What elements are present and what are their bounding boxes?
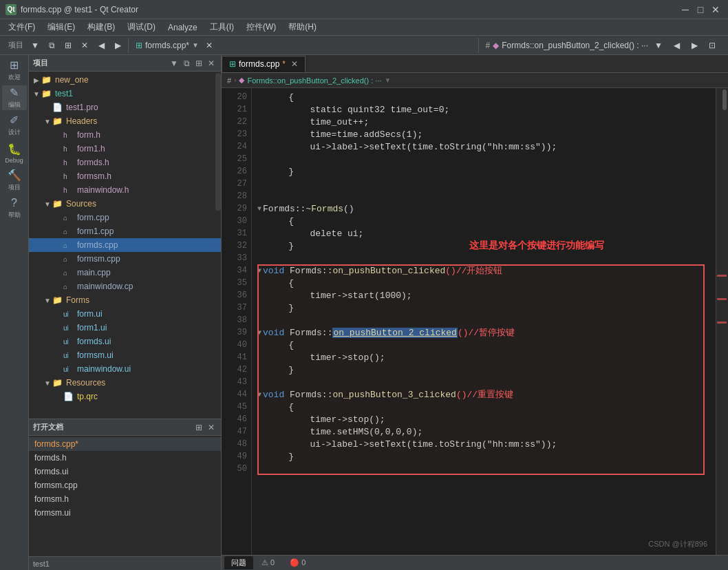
tab-formds-cpp[interactable]: ⊞ formds.cpp * ✕	[222, 56, 306, 72]
code-content[interactable]: { static quint32 time_out=0; time_out++;…	[252, 88, 716, 555]
open-doc-formds-cpp-[interactable]: formds.cpp*	[29, 437, 221, 451]
close-button[interactable]: ✕	[709, 3, 722, 17]
title-bar: Qt formds.cpp @ test1 - Qt Creator ─ □ ✕	[0, 0, 728, 19]
tree-item-mainwindow-ui[interactable]: uimainwindow.ui	[29, 362, 221, 376]
toolbar-split-view[interactable]: ⊡	[705, 38, 720, 53]
menu-item-Analyze[interactable]: Analyze	[162, 21, 203, 34]
sidebar-icon-Debug[interactable]: 🐛Debug	[2, 140, 27, 165]
tree-item-form1-ui[interactable]: uiform1.ui	[29, 321, 221, 335]
menu-item-控件(W)[interactable]: 控件(W)	[241, 20, 281, 34]
tree-icon-form-cpp: ⌂	[63, 214, 74, 222]
toolbar-dropdown-arrow[interactable]: ▼	[192, 41, 199, 49]
menu-item-文件(F)[interactable]: 文件(F)	[3, 20, 41, 34]
bottom-tab-errors[interactable]: 🔴 0	[283, 557, 312, 569]
toolbar-nav-fwd[interactable]: ▶	[687, 38, 702, 53]
toolbar-back-btn[interactable]: ◀	[94, 38, 109, 53]
toolbar-close-tab-btn[interactable]: ✕	[202, 38, 217, 53]
split-icon[interactable]: ⊞	[193, 59, 204, 68]
sidebar-icon-项目[interactable]: 🔨项目	[2, 168, 27, 193]
open-docs-close-icon[interactable]: ✕	[206, 423, 217, 432]
line-number-32: 32	[222, 240, 251, 252]
tree-label-form1-h: form1.h	[77, 144, 105, 154]
menu-item-调试(D)[interactable]: 调试(D)	[122, 20, 161, 34]
open-docs-split-icon[interactable]: ⊞	[193, 423, 204, 432]
tree-item-test1-pro[interactable]: 📄test1.pro	[29, 101, 221, 114]
code-line-46: timer->stop();	[257, 413, 710, 425]
tree-item-formds-h[interactable]: hformds.h	[29, 156, 221, 169]
open-doc-formsm-ui[interactable]: formsm.ui	[29, 506, 221, 520]
token-29-2: ()	[343, 204, 354, 214]
tree-item-Resources[interactable]: ▼📁Resources	[29, 376, 221, 390]
fold-arrow-29[interactable]: ▼	[257, 205, 261, 213]
fold-arrow-44[interactable]: ▼	[257, 391, 261, 399]
tree-item-mainwindow-h[interactable]: hmainwindow.h	[29, 183, 221, 197]
token-34-3: ()//开始按钮	[445, 264, 502, 277]
tree-item-tp-qrc[interactable]: 📄tp.qrc	[29, 390, 221, 403]
toolbar-filter-btn[interactable]: ▼	[28, 38, 43, 53]
tree-item-Headers[interactable]: ▼📁Headers	[29, 114, 221, 128]
fold-arrow-34[interactable]: ▼	[257, 267, 261, 275]
sidebar-icon-label-Debug: Debug	[5, 157, 23, 164]
toolbar-project-label: 项目	[6, 40, 26, 50]
code-line-27	[257, 178, 710, 190]
sidebar-icon-设计[interactable]: ✐设计	[2, 113, 27, 138]
tree-item-formds-cpp[interactable]: ⌂formds.cpp	[29, 238, 221, 252]
tab-close-icon[interactable]: ✕	[291, 59, 298, 69]
open-doc-formds-h[interactable]: formds.h	[29, 451, 221, 465]
sidebar-icon-欢迎[interactable]: ⊞欢迎	[2, 58, 27, 83]
line-number-28: 28	[222, 190, 251, 202]
maximize-button[interactable]: □	[694, 3, 707, 17]
menu-item-工具(I)[interactable]: 工具(I)	[204, 20, 239, 34]
tree-item-test1[interactable]: ▼📁test1	[29, 87, 221, 101]
menu-item-编辑(E)[interactable]: 编辑(E)	[42, 20, 81, 34]
toolbar-fwd-btn[interactable]: ▶	[110, 38, 125, 53]
bottom-tab-warnings[interactable]: ⚠ 0	[255, 557, 281, 569]
right-scrollbar[interactable]	[716, 88, 728, 555]
tree-icon-test1-pro: 📄	[52, 103, 63, 112]
breadcrumb-hash[interactable]: #	[227, 76, 231, 85]
tree-label-form1-cpp: form1.cpp	[77, 226, 114, 236]
menu-item-构建(B)[interactable]: 构建(B)	[82, 20, 120, 34]
tree-item-formsm-ui[interactable]: uiformsm.ui	[29, 348, 221, 362]
tree-item-form-h[interactable]: hform.h	[29, 128, 221, 142]
bottom-tab-problems[interactable]: 问题	[224, 556, 253, 569]
tree-item-new_one[interactable]: ▶📁new_one	[29, 73, 221, 87]
tree-icon-mainwindow-cp: ⌂	[63, 283, 74, 291]
toolbar-link-btn[interactable]: ⧉	[44, 38, 59, 53]
tree-item-form1-cpp[interactable]: ⌂form1.cpp	[29, 224, 221, 238]
line-number-43: 43	[222, 376, 251, 388]
breadcrumb-expand-icon[interactable]: ▼	[385, 76, 392, 84]
tree-item-formsm-cpp[interactable]: ⌂formsm.cpp	[29, 252, 221, 266]
open-doc-formds-ui[interactable]: formds.ui	[29, 465, 221, 478]
code-line-40: {	[257, 339, 710, 351]
sidebar-icon-编辑[interactable]: ✎编辑	[2, 85, 27, 110]
tree-item-mainwindow-cp[interactable]: ⌂mainwindow.cp	[29, 279, 221, 293]
tree-item-form-ui[interactable]: uiform.ui	[29, 307, 221, 321]
tree-item-main-cpp[interactable]: ⌂main.cpp	[29, 266, 221, 279]
tree-item-formsm-h[interactable]: hformsm.h	[29, 169, 221, 183]
toolbar-breadcrumb-dropdown[interactable]: ▼	[651, 38, 666, 53]
sidebar-icon-帮助[interactable]: ?帮助	[2, 196, 27, 220]
open-doc-formsm-h[interactable]: formsm.h	[29, 492, 221, 506]
minimize-button[interactable]: ─	[678, 3, 692, 17]
tree-item-Sources[interactable]: ▼📁Sources	[29, 197, 221, 211]
tree-item-formds-ui[interactable]: uiformds.ui	[29, 335, 221, 348]
link-icon[interactable]: ⧉	[181, 59, 192, 68]
toolbar-split-btn[interactable]: ⊞	[61, 38, 76, 53]
tree-label-formsm-h: formsm.h	[77, 171, 111, 181]
open-doc-label-5: formsm.ui	[34, 508, 71, 518]
toolbar-close-btn[interactable]: ✕	[77, 38, 92, 53]
tree-item-form-cpp[interactable]: ⌂form.cpp	[29, 211, 221, 224]
menu-item-帮助(H)[interactable]: 帮助(H)	[283, 20, 322, 34]
tree-label-formds-ui: formds.ui	[77, 337, 111, 346]
filter-icon[interactable]: ▼	[169, 59, 180, 68]
toolbar-nav-back[interactable]: ◀	[669, 38, 684, 53]
code-line-26: }	[257, 165, 710, 178]
breadcrumb-func-name[interactable]: Formds::on_pushButton_2_clicked() : ···	[247, 76, 381, 85]
close-tree-icon[interactable]: ✕	[206, 59, 217, 68]
open-doc-formsm-cpp[interactable]: formsm.cpp	[29, 478, 221, 492]
tree-item-Forms[interactable]: ▼📁Forms	[29, 293, 221, 307]
token-21-0: static quint32 time_out=0;	[267, 105, 449, 115]
fold-arrow-39[interactable]: ▼	[257, 329, 261, 337]
tree-item-form1-h[interactable]: hform1.h	[29, 142, 221, 156]
